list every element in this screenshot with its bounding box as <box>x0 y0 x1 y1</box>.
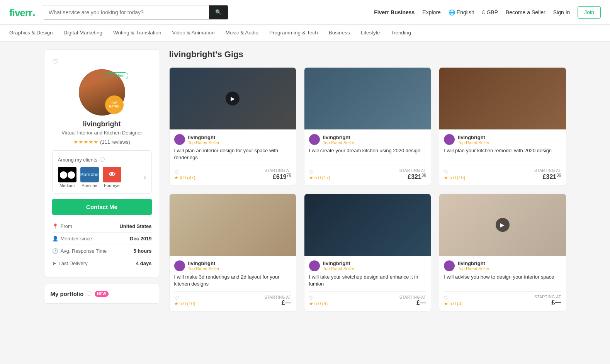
gig-card: livingbright Top Rated Seller I will tak… <box>304 194 431 311</box>
client-name-foureye: Foureye <box>104 183 119 188</box>
starting-at-label: STARTING AT <box>399 168 426 173</box>
from-label-text: From <box>61 223 72 229</box>
gig-price-wrap: STARTING AT £— <box>534 295 561 306</box>
currency-selector[interactable]: £ GBP <box>482 9 498 15</box>
star-icon: ★ <box>444 301 448 306</box>
gig-title[interactable]: I will plan an interior design for your … <box>174 147 291 161</box>
portfolio-info-icon: ⓘ <box>87 290 92 297</box>
seller-badge: Top Rated Seller <box>188 140 219 145</box>
delivery-value: 4 days <box>136 260 151 266</box>
review-count: (17) <box>322 175 330 180</box>
gig-price: £— <box>534 299 561 306</box>
sign-in-link[interactable]: Sign In <box>553 9 570 15</box>
clients-box: Among my clients ⓘ ⬤⬤ Medium Porsche <box>52 150 152 194</box>
gig-card: ▶ livingbright Top Rated Seller I will p… <box>169 67 296 186</box>
gig-title[interactable]: I will take your sketchup design and enh… <box>309 274 426 287</box>
gig-footer: ♡ ★ 5.0 (17) STARTING AT £32136 <box>309 165 426 180</box>
seller-info: livingbright Top Rated Seller <box>458 134 489 145</box>
gig-rating: ★ 5.0 (6) <box>309 301 328 306</box>
gig-heart-icon[interactable]: ♡ <box>174 169 179 175</box>
person-icon: 👤 <box>52 236 58 242</box>
category-nav-item[interactable]: Trending <box>391 25 411 41</box>
seller-name[interactable]: livingbright <box>323 260 354 266</box>
member-value: Dec 2019 <box>130 236 151 242</box>
become-seller-link[interactable]: Become a Seller <box>506 9 545 15</box>
seller-name[interactable]: livingbright <box>188 134 219 140</box>
category-nav-item[interactable]: Business <box>329 25 350 41</box>
gig-heart-icon[interactable]: ♡ <box>174 295 179 301</box>
gig-title[interactable]: I will make 3d renderings and 2d layout … <box>174 274 291 287</box>
category-nav-item[interactable]: Lifestyle <box>361 25 380 41</box>
info-icon: ⓘ <box>100 156 105 163</box>
gig-price-wrap: STARTING AT £32136 <box>534 168 561 180</box>
gig-title[interactable]: I will plan your kitchen remodel with 20… <box>444 147 561 161</box>
gig-image <box>304 194 431 256</box>
review-count: (6) <box>322 301 328 306</box>
search-button[interactable]: 🔍 <box>209 5 228 19</box>
gig-heart-icon[interactable]: ♡ <box>309 169 314 175</box>
category-nav-item[interactable]: Programming & Tech <box>269 25 318 41</box>
porsche-logo-icon: Porsche <box>80 172 99 177</box>
seller-name[interactable]: livingbright <box>323 134 354 140</box>
seller-name[interactable]: livingbright <box>188 260 219 266</box>
category-nav-item[interactable]: Music & Audio <box>226 25 259 41</box>
starting-at-label: STARTING AT <box>534 168 561 173</box>
gig-heart-icon[interactable]: ♡ <box>309 295 314 301</box>
category-nav: Graphics & DesignDigital MarketingWritin… <box>0 25 610 42</box>
language-selector[interactable]: 🌐 English <box>449 9 474 15</box>
logo-dot: . <box>32 5 35 19</box>
gig-title[interactable]: I will create your dream kitchen using 2… <box>309 147 426 161</box>
avatar-wrap: •• Online TOP RATED <box>79 69 125 116</box>
gig-rating-wrap: ♡ ★ 5.0 (16) <box>444 169 465 180</box>
gig-rating: ★ 4.9 (47) <box>174 175 195 180</box>
star-icon: ★ <box>174 175 178 180</box>
info-row-response: 🕑 Avg. Response Time 5 hours <box>52 245 152 257</box>
seller-row: livingbright Top Rated Seller <box>444 134 561 145</box>
online-badge: •• Online <box>104 72 128 79</box>
play-button[interactable]: ▶ <box>226 92 240 105</box>
category-nav-item[interactable]: Writing & Translation <box>113 25 161 41</box>
response-label-text: Avg. Response Time <box>61 248 107 254</box>
category-nav-item[interactable]: Digital Marketing <box>64 25 103 41</box>
seller-info: livingbright Top Rated Seller <box>323 260 354 271</box>
review-count: (111 reviews) <box>100 139 130 145</box>
search-input[interactable] <box>43 5 209 19</box>
logo[interactable]: fiverr. <box>9 5 35 19</box>
username: livingbright <box>52 120 152 128</box>
contact-button[interactable]: Contact Me <box>52 199 152 215</box>
category-nav-item[interactable]: Graphics & Design <box>9 25 53 41</box>
delivery-label: ➤ Last Delivery <box>52 260 88 266</box>
gig-rating-wrap: ♡ ★ 5.0 (17) <box>309 169 330 180</box>
seller-name[interactable]: livingbright <box>458 260 489 266</box>
info-row-from: 📍 From United States <box>52 220 152 233</box>
gig-title[interactable]: I will advise you how to design your int… <box>444 274 561 287</box>
join-button[interactable]: Join <box>578 6 601 19</box>
portfolio-new-badge: NEW <box>95 291 108 297</box>
review-count: (10) <box>187 301 195 306</box>
seller-avatar <box>309 134 320 145</box>
seller-badge: Top Rated Seller <box>323 266 354 271</box>
gig-price: £— <box>399 299 426 306</box>
seller-info: livingbright Top Rated Seller <box>323 134 354 145</box>
fiverr-business-link[interactable]: Fiverr Business <box>374 9 415 15</box>
gig-card: livingbright Top Rated Seller I will pla… <box>439 67 566 186</box>
gig-rating-wrap: ♡ ★ 5.0 (4) <box>444 295 462 306</box>
gig-heart-icon[interactable]: ♡ <box>444 169 449 175</box>
gig-image <box>304 68 431 129</box>
gig-price: £32136 <box>399 173 426 180</box>
gig-body: livingbright Top Rated Seller I will cre… <box>304 129 431 185</box>
gig-heart-icon[interactable]: ♡ <box>444 295 449 301</box>
from-value: United States <box>119 223 151 229</box>
clients-chevron-icon[interactable]: › <box>144 174 146 181</box>
favorite-button[interactable]: ♡ <box>52 58 152 66</box>
rating-value: 5.0 <box>180 301 186 306</box>
seller-badge: Top Rated Seller <box>323 140 354 145</box>
rating-row: ★★★★★ (111 reviews) <box>52 139 152 145</box>
info-list: 📍 From United States 👤 Member since Dec … <box>52 220 152 269</box>
explore-link[interactable]: Explore <box>422 9 440 15</box>
category-nav-item[interactable]: Video & Animation <box>172 25 214 41</box>
rating-value: 4.9 <box>180 175 186 180</box>
portfolio-card: My portfolio ⓘ NEW <box>44 284 160 304</box>
play-button[interactable]: ▶ <box>496 218 510 232</box>
seller-name[interactable]: livingbright <box>458 134 489 140</box>
